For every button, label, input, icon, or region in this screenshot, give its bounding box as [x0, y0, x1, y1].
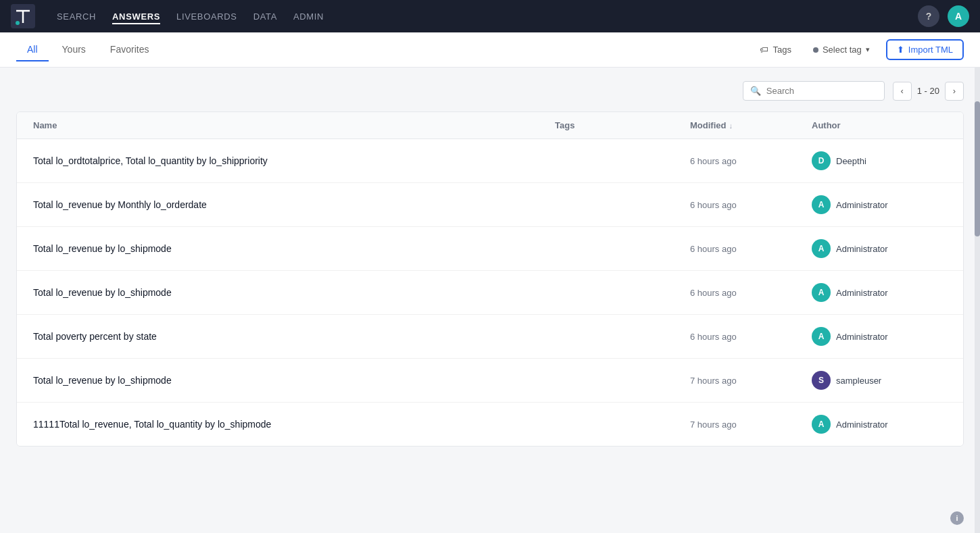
author-name-5: sampleuser [836, 376, 881, 386]
subheader: All Yours Favorites 🏷 Tags Select tag ▾ … [0, 32, 980, 68]
nav-data[interactable]: DATA [253, 9, 277, 24]
row-author-3: A Administrator [812, 283, 947, 302]
table-row: Total poverty percent by state 6 hours a… [17, 315, 963, 359]
column-header-author: Author [812, 120, 947, 130]
tags-button[interactable]: 🏷 Tags [754, 42, 796, 57]
column-header-modified[interactable]: Modified ↓ [690, 120, 812, 130]
prev-page-button[interactable]: ‹ [893, 82, 912, 101]
table-row: Total lo_revenue by lo_shipmode 6 hours … [17, 227, 963, 271]
author-avatar-2: A [812, 239, 831, 258]
author-name-1: Administrator [836, 200, 888, 210]
tab-group: All Yours Favorites [16, 39, 754, 61]
row-name-3[interactable]: Total lo_revenue by lo_shipmode [33, 287, 555, 298]
author-name-2: Administrator [836, 244, 888, 254]
topnav-icons: ? A [918, 5, 969, 27]
row-author-6: A Administrator [812, 415, 947, 434]
search-box[interactable]: 🔍 [743, 81, 885, 101]
row-modified-2: 6 hours ago [690, 244, 812, 254]
row-name-1[interactable]: Total lo_revenue by Monthly lo_orderdate [33, 199, 555, 210]
table-row: Total lo_ordtotalprice, Total lo_quantit… [17, 139, 963, 183]
nav-liveboards[interactable]: LIVEBOARDS [176, 9, 237, 24]
row-modified-1: 6 hours ago [690, 200, 812, 210]
answers-table: Name Tags Modified ↓ Author Total lo_ord… [16, 111, 964, 447]
help-button[interactable]: ? [918, 5, 939, 27]
row-name-6[interactable]: 11111Total lo_revenue, Total lo_quantity… [33, 419, 555, 430]
row-modified-0: 6 hours ago [690, 156, 812, 166]
author-avatar-0: D [812, 151, 831, 170]
table-row: 11111Total lo_revenue, Total lo_quantity… [17, 403, 963, 446]
page-info: 1 - 20 [917, 86, 939, 96]
author-avatar-3: A [812, 283, 831, 302]
author-name-4: Administrator [836, 332, 888, 342]
row-author-1: A Administrator [812, 195, 947, 214]
author-avatar-5: S [812, 371, 831, 390]
import-tml-button[interactable]: ⬆ Import TML [886, 39, 964, 60]
author-name-3: Administrator [836, 288, 888, 298]
content-area: 🔍 ‹ 1 - 20 › Name Tags Modified ↓ Author [0, 68, 980, 460]
row-name-5[interactable]: Total lo_revenue by lo_shipmode [33, 375, 555, 386]
sort-icon: ↓ [729, 122, 733, 130]
nav-search[interactable]: SEARCH [57, 9, 96, 24]
row-author-4: A Administrator [812, 327, 947, 346]
table-row: Total lo_revenue by Monthly lo_orderdate… [17, 183, 963, 227]
subheader-actions: 🏷 Tags Select tag ▾ ⬆ Import TML [754, 39, 964, 60]
chevron-down-icon: ▾ [866, 45, 870, 54]
row-modified-4: 6 hours ago [690, 332, 812, 342]
row-modified-6: 7 hours ago [690, 420, 812, 430]
select-tag-dot [813, 47, 818, 53]
table-body: Total lo_ordtotalprice, Total lo_quantit… [17, 139, 963, 446]
row-modified-5: 7 hours ago [690, 376, 812, 386]
select-tag-label: Select tag [823, 45, 862, 55]
tags-label: Tags [773, 45, 791, 55]
top-navigation: SEARCH ANSWERS LIVEBOARDS DATA ADMIN ? A [0, 0, 980, 32]
nav-admin[interactable]: ADMIN [293, 9, 324, 24]
author-avatar-1: A [812, 195, 831, 214]
row-author-5: S sampleuser [812, 371, 947, 390]
table-row: Total lo_revenue by lo_shipmode 7 hours … [17, 359, 963, 403]
table-header: Name Tags Modified ↓ Author [17, 112, 963, 139]
column-header-name: Name [33, 120, 555, 130]
row-name-0[interactable]: Total lo_ordtotalprice, Total lo_quantit… [33, 155, 555, 166]
author-avatar-4: A [812, 327, 831, 346]
author-avatar-6: A [812, 415, 831, 434]
table-row: Total lo_revenue by lo_shipmode 6 hours … [17, 271, 963, 315]
nav-answers[interactable]: ANSWERS [112, 9, 160, 24]
row-modified-3: 6 hours ago [690, 288, 812, 298]
search-icon: 🔍 [750, 86, 761, 96]
author-name-6: Administrator [836, 420, 888, 430]
tab-favorites[interactable]: Favorites [99, 39, 160, 61]
next-page-button[interactable]: › [945, 82, 964, 101]
scrollbar[interactable] [975, 68, 980, 460]
select-tag-button[interactable]: Select tag ▾ [808, 42, 875, 57]
svg-point-3 [16, 21, 20, 25]
list-controls: 🔍 ‹ 1 - 20 › [16, 81, 964, 101]
tab-yours[interactable]: Yours [51, 39, 97, 61]
app-logo[interactable] [11, 4, 35, 28]
search-input[interactable] [766, 86, 877, 96]
pagination: ‹ 1 - 20 › [893, 82, 964, 101]
row-author-0: D Deepthi [812, 151, 947, 170]
column-header-tags: Tags [555, 120, 690, 130]
row-author-2: A Administrator [812, 239, 947, 258]
author-name-0: Deepthi [836, 156, 866, 166]
tab-all[interactable]: All [16, 39, 49, 61]
user-avatar[interactable]: A [948, 5, 969, 27]
scrollbar-thumb[interactable] [975, 101, 980, 236]
tag-icon: 🏷 [760, 45, 768, 55]
row-name-2[interactable]: Total lo_revenue by lo_shipmode [33, 243, 555, 254]
row-name-4[interactable]: Total poverty percent by state [33, 331, 555, 342]
import-tml-label: Import TML [908, 45, 953, 55]
import-icon: ⬆ [897, 45, 904, 55]
